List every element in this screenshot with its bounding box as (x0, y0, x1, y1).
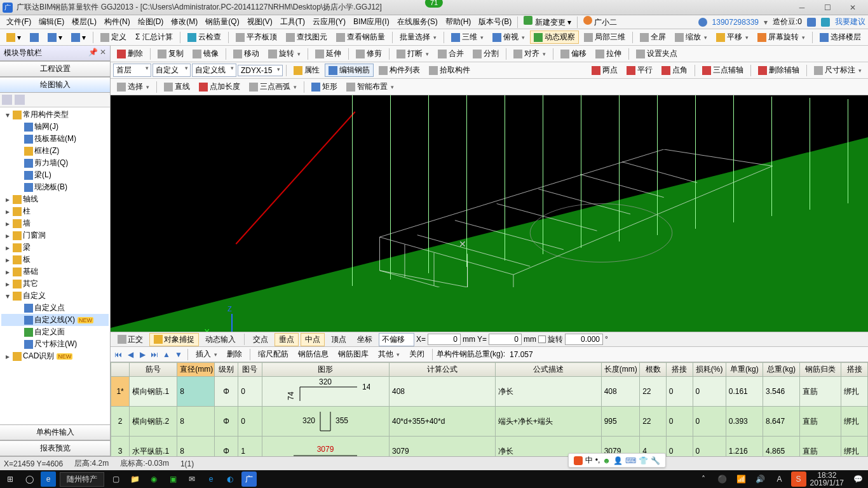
up-button[interactable]: ▲ (161, 350, 172, 359)
table-cell[interactable]: 横向钢筋.1 (130, 377, 177, 407)
table-cell[interactable]: 1 (238, 437, 262, 457)
subcategory-combo[interactable]: 自定义线 (192, 64, 236, 77)
pick-component-button[interactable]: 拾取构件 (425, 64, 474, 77)
first-button[interactable]: ⏮ (113, 350, 123, 359)
phone-label[interactable]: 13907298339 (712, 18, 759, 27)
table-cell[interactable]: Φ (214, 407, 238, 437)
bell-icon[interactable] (807, 18, 816, 27)
line-button[interactable]: 直线 (160, 80, 194, 93)
tree-item[interactable]: ▸基础 (1, 266, 109, 278)
menu-component[interactable]: 构件(N) (100, 17, 134, 27)
table-cell[interactable]: 320355 (262, 407, 389, 437)
rebar-grid[interactable]: 筋号直径(mm)级别图号图形计算公式公式描述长度(mm)根数搭接损耗(%)单重(… (111, 362, 868, 456)
menu-version[interactable]: 版本号(B) (475, 17, 515, 27)
merge-button[interactable]: 合并 (434, 47, 468, 60)
table-cell[interactable]: 0 (693, 437, 726, 457)
taskbar-app[interactable]: 随州特产 (60, 472, 104, 487)
chat-icon[interactable] (821, 18, 830, 27)
tree-item[interactable]: ▸轴线 (1, 193, 109, 205)
table-cell[interactable]: 0 (666, 437, 693, 457)
down-button[interactable]: ▼ (173, 350, 184, 359)
close-button[interactable]: ✕ (840, 1, 865, 15)
expand-icon[interactable] (2, 95, 12, 105)
next-button[interactable]: ▶ (137, 350, 147, 359)
table-cell[interactable]: 绑扎 (841, 377, 868, 407)
table-cell[interactable]: 408 (389, 377, 495, 407)
menu-edit[interactable]: 编辑(E) (35, 17, 68, 27)
table-cell[interactable]: 8.647 (763, 407, 800, 437)
column-header[interactable]: 公式描述 (495, 363, 601, 377)
tree-item[interactable]: ▸门窗洞 (1, 229, 109, 241)
stretch-button[interactable]: 拉伸 (592, 47, 625, 60)
taskbar-clock[interactable]: 18:322019/1/17 (810, 471, 846, 487)
network-icon[interactable]: ⚫ (715, 471, 730, 487)
table-cell[interactable]: 1.216 (726, 437, 763, 457)
column-header[interactable]: 总重(kg) (763, 363, 800, 377)
sum-button[interactable]: Σ 汇总计算 (132, 30, 177, 44)
twopt-button[interactable]: 两点 (588, 64, 621, 77)
minimize-button[interactable]: ─ (789, 1, 815, 15)
column-header[interactable]: 图形 (262, 363, 389, 377)
move-button[interactable]: 移动 (229, 47, 263, 60)
browser-icon[interactable]: ◉ (146, 471, 161, 487)
undo-button[interactable]: ▾ (44, 32, 66, 43)
rotate-button[interactable]: 旋转 (264, 47, 304, 60)
fullscreen-button[interactable]: 全屏 (636, 30, 670, 44)
tree-item[interactable]: 自定义面 (1, 326, 109, 338)
collapse-icon[interactable] (15, 95, 25, 105)
smart-layout-button[interactable]: 智能布置 (342, 80, 398, 93)
menu-help[interactable]: 帮助(H) (442, 17, 475, 27)
table-cell[interactable]: 2 (111, 407, 130, 437)
delete-button[interactable]: 删除 (113, 47, 147, 60)
column-header[interactable]: 搭接 (666, 363, 693, 377)
menu-view[interactable]: 视图(V) (243, 17, 276, 27)
maximize-button[interactable]: ☐ (815, 1, 840, 15)
table-cell[interactable]: 22 (640, 377, 667, 407)
other-button[interactable]: 其他 (374, 348, 403, 361)
table-cell[interactable]: 0 (238, 407, 262, 437)
column-header[interactable]: 直径(mm) (177, 363, 214, 377)
rect-button[interactable]: 矩形 (308, 80, 341, 93)
column-header[interactable]: 级别 (214, 363, 238, 377)
screen-rotate-button[interactable]: 屏幕旋转 (754, 30, 809, 44)
tree-item[interactable]: 轴网(J) (1, 121, 109, 133)
angle-button[interactable]: 点角 (658, 64, 691, 77)
local3d-button[interactable]: 局部三维 (580, 30, 629, 44)
start-button[interactable]: ⊞ (3, 471, 18, 487)
offset-button[interactable]: 偏移 (557, 47, 590, 60)
app1-icon[interactable]: ◐ (222, 471, 238, 487)
menu-draw[interactable]: 绘图(D) (134, 17, 168, 27)
select-floor-button[interactable]: 选择楼层 (816, 30, 865, 44)
suggest-button[interactable]: 我要建议 (835, 17, 865, 27)
edit-rebar-button[interactable]: 编辑钢筋 (325, 64, 374, 77)
tree-item[interactable]: ▸柱 (1, 205, 109, 217)
select-button[interactable]: 选择 (113, 80, 153, 93)
table-cell[interactable]: 横向钢筋.2 (130, 407, 177, 437)
single-input-tab[interactable]: 单构件输入 (0, 424, 110, 440)
table-cell[interactable]: 995 (601, 407, 639, 437)
component-tree[interactable]: ▾常用构件类型轴网(J)筏板基础(M)框柱(Z)剪力墙(Q)梁(L)现浇板(B)… (0, 107, 110, 424)
column-header[interactable]: 钢筋归类 (800, 363, 841, 377)
floor-combo[interactable]: 首层 (113, 64, 151, 77)
align-button[interactable]: 对齐 (510, 47, 550, 60)
wifi-icon[interactable]: 📶 (734, 471, 749, 487)
last-button[interactable]: ⏭ (149, 350, 159, 359)
ime-a-icon[interactable]: A (772, 471, 787, 487)
menu-rebar[interactable]: 钢筋量(Q) (201, 17, 243, 27)
define-button[interactable]: 定义 (97, 30, 130, 44)
column-header[interactable] (111, 363, 130, 377)
table-cell[interactable]: 3.546 (763, 377, 800, 407)
threept-button[interactable]: 三点辅轴 (698, 64, 747, 77)
copy-button[interactable]: 复制 (154, 47, 187, 60)
batch-select-button[interactable]: 批量选择 (396, 30, 440, 44)
menu-bim[interactable]: BIM应用(I) (349, 17, 393, 27)
table-cell[interactable]: 3 (111, 437, 130, 457)
table-cell[interactable]: 8 (177, 377, 214, 407)
find-rebar-button[interactable]: 查看钢筋量 (332, 30, 389, 44)
windows-taskbar[interactable]: ⊞ ◯ e 随州特产 ▢ 📁 ◉ ▣ ✉ e ◐ 广 ˄ ⚫ 📶 🔊 A S 1… (0, 470, 868, 488)
table-cell[interactable]: Φ (214, 437, 238, 457)
attr-button[interactable]: 属性 (290, 64, 323, 77)
mirror-button[interactable]: 镜像 (189, 47, 222, 60)
eng-settings-tab[interactable]: 工程设置 (0, 61, 110, 77)
menu-floor[interactable]: 楼层(L) (68, 17, 100, 27)
